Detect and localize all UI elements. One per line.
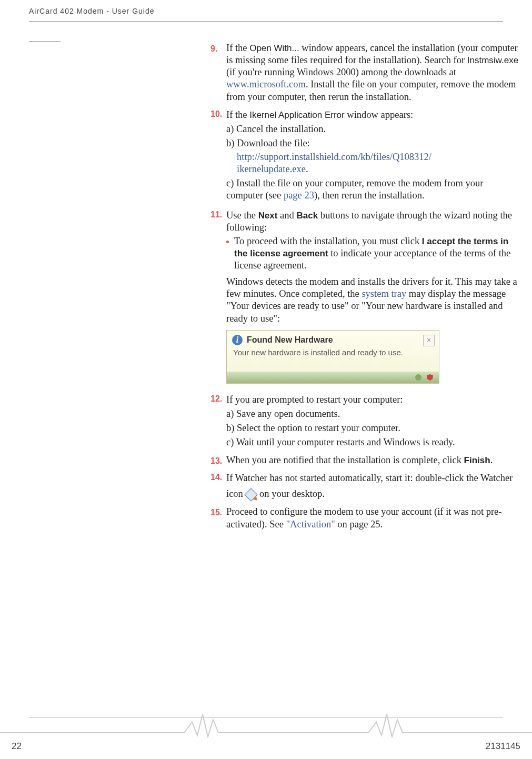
step-number: 12.	[210, 392, 226, 404]
balloon-title: Found New Hardware	[247, 335, 333, 345]
step-15: 15. Proceed to configure the modem to us…	[210, 506, 520, 530]
document-id: 2131145	[486, 741, 520, 752]
watcher-icon	[245, 489, 257, 501]
step-number: 13.	[210, 454, 226, 466]
balloon-header: i Found New Hardware	[227, 331, 439, 345]
step-13: 13. When you are notified that the insta…	[210, 454, 520, 466]
svg-point-0	[415, 374, 421, 381]
link-installshield[interactable]: http://support.installshield.com/kb/file…	[237, 151, 520, 175]
step-9: 9. If the Open With... window appears, c…	[210, 42, 520, 103]
substep-a: a) Save any open documents.	[226, 408, 520, 420]
content-area: 9. If the Open With... window appears, c…	[210, 42, 520, 531]
tray-generic-icon	[415, 374, 422, 381]
page-number: 22	[12, 741, 22, 752]
link-microsoft[interactable]: www.microsoft.com	[226, 79, 306, 89]
button-label-back: Back	[296, 211, 318, 221]
taskbar-tray	[227, 372, 439, 383]
text: on page 25.	[335, 519, 383, 530]
filename-instmsiw: Instmsiw.exe	[467, 55, 518, 65]
text: window appears:	[345, 109, 414, 120]
text: If the	[226, 43, 249, 53]
text: If you are prompted to restart your comp…	[226, 394, 520, 406]
text: If the	[226, 109, 249, 120]
ui-label-ikernel: Ikernel Application Error	[249, 110, 344, 120]
close-icon[interactable]: ×	[423, 335, 435, 346]
step-number: 11.	[210, 208, 226, 220]
text: Use the	[226, 210, 258, 221]
antenna-decoration	[0, 706, 532, 738]
text: To proceed with the installation, you mu…	[234, 236, 422, 246]
substep-b: b) Select the option to restart your com…	[226, 422, 520, 434]
text: on your desktop.	[259, 488, 325, 499]
step-number: 15.	[210, 506, 226, 518]
step-body: When you are notified that the installat…	[226, 454, 520, 466]
substep-c: c) Wait until your computer restarts and…	[226, 436, 520, 448]
bullet-icon	[226, 241, 229, 243]
info-icon: i	[232, 335, 243, 345]
button-label-finish: Finish	[464, 455, 490, 465]
security-shield-icon	[426, 374, 434, 381]
step-body: Proceed to configure the modem to use yo…	[226, 506, 520, 530]
text: and	[277, 210, 296, 221]
substep-c: c) Install the file on your computer, re…	[226, 177, 520, 202]
text: .	[490, 455, 493, 465]
text: (if you're running Windows 2000) among t…	[226, 67, 456, 77]
button-label-next: Next	[258, 211, 278, 221]
balloon-screenshot: i Found New Hardware × Your new hardware…	[226, 330, 439, 384]
short-rule	[29, 41, 61, 42]
text: When you are notified that the installat…	[226, 455, 464, 465]
balloon-body: Your new hardware is installed and ready…	[227, 345, 439, 358]
link-system-tray[interactable]: system tray	[362, 288, 406, 299]
substep-a: a) Cancel the installation.	[226, 123, 520, 135]
step-body: If you are prompted to restart your comp…	[226, 392, 520, 451]
step-number: 9.	[210, 42, 226, 54]
step-body: Use the Next and Back buttons to navigat…	[226, 208, 520, 388]
step-body: If Watcher has not started automatically…	[226, 471, 520, 502]
step-10: 10. If the Ikernel Application Error win…	[210, 107, 520, 204]
step-14: 14. If Watcher has not started automatic…	[210, 471, 520, 502]
link-page23[interactable]: page 23	[284, 190, 314, 201]
step-12: 12. If you are prompted to restart your …	[210, 392, 520, 451]
step-number: 10.	[210, 107, 226, 119]
substep-b: b) Download the file:	[226, 137, 520, 149]
link-activation[interactable]: "Activation"	[286, 519, 335, 530]
doc-header: AirCard 402 Modem - User Guide	[0, 0, 532, 19]
step-body: If the Open With... window appears, canc…	[226, 42, 520, 103]
step-number: 14.	[210, 471, 226, 483]
header-rule	[29, 21, 503, 22]
step-11: 11. Use the Next and Back buttons to nav…	[210, 208, 520, 388]
step-body: If the Ikernel Application Error window …	[226, 107, 520, 204]
bullet-item: To proceed with the installation, you mu…	[226, 235, 520, 272]
ui-label-openwith: Open With...	[249, 43, 299, 53]
page-footer: 22 2131145	[0, 717, 532, 759]
